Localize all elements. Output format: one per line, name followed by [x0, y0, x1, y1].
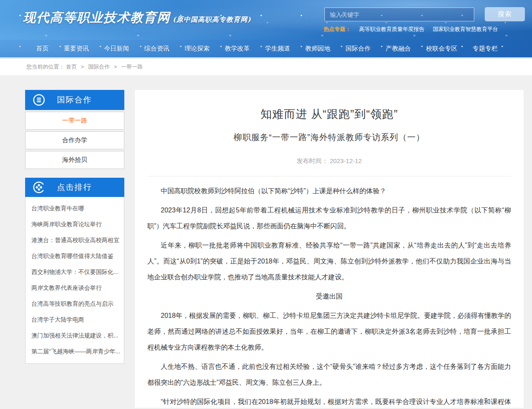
nav-item-industry-education[interactable]: 产教融合: [386, 45, 411, 53]
hot-topic-link[interactable]: 高等职业教育质量年度报告: [359, 26, 424, 33]
hot-topics-label: 热点专题：: [324, 26, 351, 33]
nav-item-today-news[interactable]: 今日新闻: [104, 45, 129, 53]
site-logo-main: 现代高等职业技术教育网: [23, 10, 170, 25]
nav-item-teachers[interactable]: 教师园地: [305, 45, 330, 53]
article-section-heading: 受邀出国: [147, 289, 511, 304]
diamonds-circle-icon: [33, 181, 45, 194]
ranking-item[interactable]: 台湾高等技职教育的亮点与启示: [26, 296, 124, 312]
ranking-item[interactable]: 海峡两岸职业教育论坛举行: [26, 216, 124, 232]
breadcrumb-separator: >: [81, 64, 84, 70]
ranking-item[interactable]: 台湾职业教育牛在哪: [26, 200, 124, 216]
nav-item-home[interactable]: 首页: [36, 45, 49, 53]
ranking-header: 点击排行: [25, 178, 124, 197]
publish-line: 发布时间： 2023-12-12: [147, 157, 511, 165]
article-divider: [147, 176, 511, 176]
breadcrumb-label: 您当前的位置：: [26, 64, 64, 70]
breadcrumb-item-international[interactable]: 国际合作: [88, 64, 110, 70]
nav-item-association-zone[interactable]: 校联会专区: [426, 45, 457, 53]
article-paragraph: 中国高职院校教师到沙特阿拉伯（以下简称“沙特”）上课是种什么样的体验？: [147, 183, 511, 199]
sidebar-item-belt-and-road[interactable]: 一带一路: [25, 112, 124, 130]
hot-topic-link[interactable]: 国家职业教育智慧教育平台: [433, 26, 498, 33]
search-input[interactable]: [324, 8, 474, 21]
sidebar-ranking-block: 点击排行 台湾职业教育牛在哪 海峡两岸职业教育论坛举行 港澳台：普通高校职业高校…: [25, 178, 124, 364]
nav-item-international[interactable]: 国际合作: [345, 45, 370, 53]
ranking-item[interactable]: 两岸文教界代表座谈会举行: [26, 280, 124, 296]
search-button[interactable]: 搜索: [485, 7, 525, 21]
breadcrumb-item-current: 一带一路: [121, 64, 143, 70]
main-nav: 首页 重要资讯 今日新闻 综合资讯 理论探索 教学改革 学生频道 教师园地 国际…: [0, 40, 532, 57]
sidebar-item-cooperative-education[interactable]: 合作办学: [25, 131, 124, 149]
nav-item-teaching-reform[interactable]: 教学改革: [225, 45, 250, 53]
ranking-list: 台湾职业教育牛在哪 海峡两岸职业教育论坛举行 港澳台：普通高校职业高校两相宜 台…: [25, 197, 124, 364]
category-header: 国际合作: [25, 90, 124, 110]
article-subtitle: 柳职服务“一带一路”海外特派教师专访系列（一）: [147, 132, 511, 143]
article-paragraph: 2023年12月8日，回想起5年前带着工程机械运用技术专业标准到沙特教学的日子，…: [147, 202, 511, 234]
site-logo-sub: (原中国高职高专教育网): [173, 15, 251, 23]
nav-item-important-news[interactable]: 重要资讯: [64, 45, 89, 53]
publish-label: 发布时间：: [297, 157, 328, 164]
article-paragraph: “针对沙特的国际化项目，我们在2018年初就开始规划，根据对方需求，既要科学合理…: [147, 394, 511, 408]
nav-item-comprehensive[interactable]: 综合资讯: [144, 45, 170, 53]
site-logo[interactable]: 现代高等职业技术教育网 (原中国高职高专教育网): [23, 9, 251, 26]
hot-topics-bar: 热点专题： 高等职业教育质量年度报告 国家职业教育智慧教育平台: [324, 26, 498, 33]
article: 知难而进 从“跟跑”到“领跑” 柳职服务“一带一路”海外特派教师专访系列（一） …: [135, 90, 524, 408]
publish-date: 2023-12-12: [330, 157, 362, 164]
breadcrumb-separator: >: [114, 64, 117, 70]
article-title: 知难而进 从“跟跑”到“领跑”: [147, 107, 511, 122]
article-paragraph: 近年来，柳职一批批老师将中国职业教育标准、经验共享给“一带一路”共建国家，从“培…: [147, 238, 511, 285]
nav-item-students[interactable]: 学生频道: [265, 45, 290, 53]
breadcrumb: 您当前的位置： 首页 > 国际合作 > 一带一路: [0, 59, 532, 75]
article-paragraph: 人生地不熟、语言也不通，此前也没有过相关经验，这个“硬骨头”谁来啃？经过多方考虑…: [147, 359, 511, 391]
ranking-item[interactable]: 西交利物浦大学：不仅要国际化...: [26, 264, 124, 280]
breadcrumb-item-home[interactable]: 首页: [66, 64, 77, 70]
ranking-item[interactable]: 第二届“飞越海峡——两岸青少年...: [26, 343, 124, 359]
category-title: 国际合作: [57, 95, 92, 105]
ranking-item[interactable]: 澳门加强相关法律法规建设，积...: [26, 327, 124, 343]
ranking-item[interactable]: 港澳台：普通高校职业高校两相宜: [26, 232, 124, 248]
ranking-title: 点击排行: [57, 182, 92, 193]
site-header: 现代高等职业技术教育网 (原中国高职高专教育网) 搜索 热点专题： 高等职业教育…: [0, 0, 532, 59]
nav-item-theory[interactable]: 理论探索: [185, 45, 210, 53]
list-circle-icon: [33, 94, 45, 106]
sidebar-item-overseas-gleanings[interactable]: 海外拾贝: [25, 151, 124, 169]
ranking-item[interactable]: 台湾学子大陆学电商: [26, 312, 124, 327]
sidebar-category-block: 国际合作 一带一路 合作办学 海外拾贝: [25, 90, 124, 169]
sidebar: 国际合作 一带一路 合作办学 海外拾贝 点击排行: [25, 90, 124, 364]
page-body: 国际合作 一带一路 合作办学 海外拾贝 点击排行: [0, 75, 532, 408]
ranking-item[interactable]: 台湾职业教育哪些值得大陆借鉴: [26, 248, 124, 264]
article-paragraph: 2018年，根据发展的需要，柳职、柳工、沙特卡坦尼集团三方决定共建沙特卡坦尼学院…: [147, 308, 511, 355]
nav-item-special-topics[interactable]: 专题专栏: [473, 45, 498, 53]
